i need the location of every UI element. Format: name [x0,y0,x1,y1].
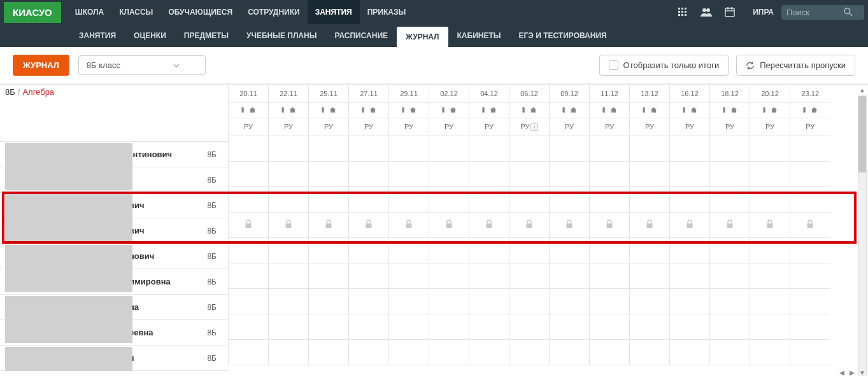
grade-cell[interactable] [349,186,389,212]
grade-cell[interactable] [349,288,389,314]
student-row[interactable]: тантинович8Б [0,142,228,167]
scroll-up-arrow[interactable]: ▲ [858,85,867,94]
grade-cell[interactable] [229,186,269,212]
grade-cell[interactable] [469,314,509,339]
grade-cell[interactable] [670,186,710,212]
subnav-item-4[interactable]: РАСПИСАНИЕ [325,24,397,47]
grade-cell[interactable] [630,339,670,365]
grade-cell[interactable] [389,136,429,161]
grade-cell[interactable] [590,212,630,237]
grade-cell[interactable] [750,237,790,263]
grade-cell[interactable] [389,314,429,339]
grade-cell[interactable] [550,237,590,263]
grade-cell[interactable] [790,136,830,161]
grade-cell[interactable] [269,263,309,288]
grade-cell[interactable] [269,314,309,339]
grade-cell[interactable] [349,263,389,288]
grade-cell[interactable] [349,237,389,263]
grade-cell[interactable] [670,314,710,339]
grade-cell[interactable] [269,136,309,161]
grade-cell[interactable] [229,212,269,237]
grade-cell[interactable] [389,161,429,186]
grade-cell[interactable] [429,136,469,161]
grade-cell[interactable] [389,186,429,212]
grade-cell[interactable] [309,136,349,161]
grade-cell[interactable] [590,161,630,186]
breadcrumb-subject[interactable]: Алгебра [22,87,54,97]
grade-cell[interactable] [349,136,389,161]
grade-cell[interactable] [550,161,590,186]
grade-cell[interactable] [509,237,550,263]
grade-cell[interactable] [389,212,429,237]
grade-cell[interactable] [790,212,830,237]
grade-cell[interactable] [229,136,269,161]
grade-cell[interactable] [229,288,269,314]
grade-cell[interactable] [509,263,550,288]
grade-cell[interactable] [309,263,349,288]
grade-cell[interactable] [389,288,429,314]
journal-button[interactable]: ЖУРНАЛ [13,55,69,76]
class-select[interactable]: 8Б класс [78,55,206,75]
subnav-item-0[interactable]: ЗАНЯТИЯ [70,24,125,47]
grade-cell[interactable] [670,339,710,365]
subnav-item-2[interactable]: ПРЕДМЕТЫ [175,24,238,47]
grade-cell[interactable] [389,263,429,288]
grade-cell[interactable] [469,186,509,212]
grade-cell[interactable] [469,136,509,161]
grade-cell[interactable] [229,314,269,339]
scroll-left-arrow[interactable]: ◀ [837,368,846,377]
grade-cell[interactable] [469,339,509,365]
grade-cell[interactable] [750,186,790,212]
grade-cell[interactable] [550,212,590,237]
subnav-item-5[interactable]: ЖУРНАЛ [397,27,448,47]
grade-cell[interactable] [309,339,349,365]
grade-cell[interactable] [429,288,469,314]
vertical-scrollbar[interactable] [858,95,867,375]
scroll-down-arrow[interactable]: ▼ [858,368,867,377]
grade-cell[interactable] [750,212,790,237]
grade-cell[interactable] [630,288,670,314]
subnav-item-1[interactable]: ОЦЕНКИ [125,24,175,47]
grade-cell[interactable] [269,212,309,237]
grade-cell[interactable] [550,339,590,365]
grade-cell[interactable] [710,339,750,365]
search-box[interactable] [781,5,864,20]
grade-cell[interactable] [309,237,349,263]
grade-cell[interactable] [790,161,830,186]
grade-cell[interactable] [710,161,750,186]
grade-cell[interactable] [349,339,389,365]
grade-cell[interactable] [309,161,349,186]
grade-cell[interactable] [670,263,710,288]
grade-cell[interactable] [309,314,349,339]
grade-cell[interactable] [429,339,469,365]
grade-cell[interactable] [630,186,670,212]
grade-cell[interactable] [429,161,469,186]
grade-cell[interactable] [630,212,670,237]
grade-cell[interactable] [750,136,790,161]
grade-cell[interactable] [550,314,590,339]
grade-cell[interactable] [590,136,630,161]
breadcrumb-class[interactable]: 8Б [5,87,15,97]
grade-cell[interactable] [590,263,630,288]
grade-cell[interactable] [269,288,309,314]
grade-cell[interactable] [550,186,590,212]
people-icon[interactable] [694,7,718,17]
grade-cell[interactable] [790,237,830,263]
grade-cell[interactable] [389,339,429,365]
grade-cell[interactable] [269,161,309,186]
scroll-right-arrow[interactable]: ▶ [848,368,857,377]
student-row[interactable]: ович8Б [0,193,228,218]
grade-cell[interactable] [429,263,469,288]
grade-cell[interactable] [509,186,550,212]
grade-cell[interactable] [750,339,790,365]
student-row[interactable]: ич8Б [0,346,228,371]
grade-cell[interactable] [750,288,790,314]
grade-cell[interactable] [469,212,509,237]
grade-cell[interactable] [469,263,509,288]
grade-cell[interactable] [710,186,750,212]
grade-cell[interactable] [509,339,550,365]
grade-cell[interactable] [469,237,509,263]
nav-item-0[interactable]: ШКОЛА [68,0,112,24]
grade-cell[interactable] [269,186,309,212]
recalc-button[interactable]: Пересчитать пропуски [736,55,855,76]
